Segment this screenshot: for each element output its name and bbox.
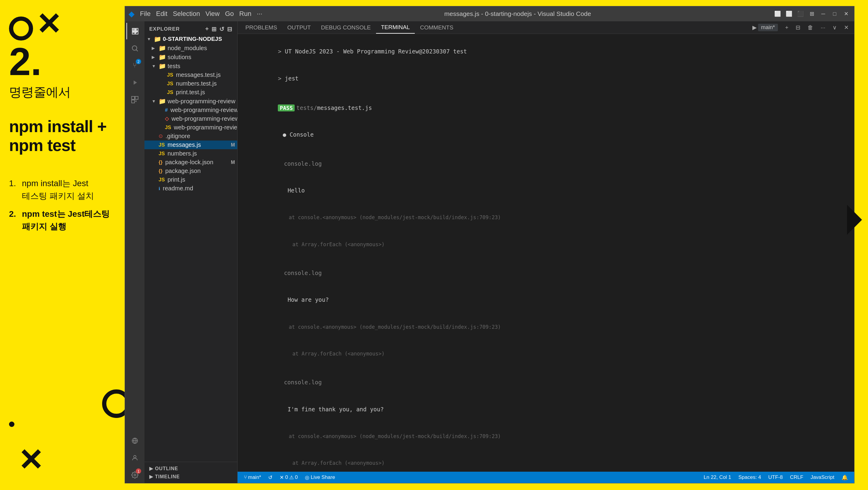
tree-root[interactable]: ▼ 📁 0-STARTING-NODEJS [145, 35, 237, 43]
tree-item-numbers-js[interactable]: ▶ JS numbers.js [145, 149, 237, 158]
step-desc: 명령줄에서 [9, 84, 70, 101]
trash-icon: 🗑 [808, 24, 813, 31]
more-terminal-btn[interactable]: ··· [818, 24, 828, 32]
tree-item-readme[interactable]: ▶ ℹ readme.md [145, 184, 237, 193]
status-spaces[interactable]: Spaces: 4 [737, 474, 763, 481]
tree-item-wpr-js[interactable]: ▶ JS web-programming-review.js [145, 123, 237, 132]
layout-btn-2[interactable]: ⬜ [784, 9, 794, 18]
title-bar: ◆ File Edit Selection View Go Run ··· me… [125, 6, 854, 21]
tree-item-numbers-test[interactable]: ▶ JS numbers.test.js [145, 79, 237, 88]
layout-btn-3[interactable]: ⬛ [796, 9, 805, 18]
tab-terminal[interactable]: TERMINAL [376, 21, 414, 34]
activity-explorer-icon[interactable] [126, 23, 143, 39]
tab-output[interactable]: OUTPUT [283, 21, 316, 34]
menu-view[interactable]: View [206, 10, 220, 18]
trash-terminal-btn[interactable]: 🗑 [805, 24, 816, 32]
minimize-button[interactable]: ─ [819, 9, 828, 18]
tree-item-package-lock[interactable]: ▶ {} package-lock.json M [145, 158, 237, 167]
status-position[interactable]: Ln 22, Col 1 [702, 474, 733, 481]
tree-item-node-modules[interactable]: ▶ 📁 node_modules [145, 43, 237, 53]
sidebar: EXPLORER + ⊞ ↺ ⊟ ▼ 📁 0-STARTING-NODEJS ▶ [145, 21, 238, 483]
svg-rect-4 [131, 100, 134, 103]
activity-settings-icon[interactable]: 1 [126, 466, 143, 483]
play-icon: ▶ [752, 24, 757, 31]
tab-debug-console[interactable]: DEBUG CONSOLE [316, 21, 376, 34]
new-folder-icon[interactable]: ⊞ [212, 26, 217, 33]
tree-item-gitignore[interactable]: ▶ ⊙ .gitignore [145, 132, 237, 140]
new-file-icon[interactable]: + [205, 26, 209, 33]
live-share-label: Live Share [311, 475, 335, 480]
activity-account-icon[interactable] [126, 450, 143, 466]
tab-problems[interactable]: PROBLEMS [241, 21, 282, 34]
activity-remote-icon[interactable] [126, 432, 143, 449]
vscode-logo-icon: ◆ [128, 9, 134, 19]
activity-search-icon[interactable] [126, 40, 143, 57]
tree-item-web-programming[interactable]: ▼ 📁 web-programming-review [145, 97, 237, 106]
status-eol[interactable]: CRLF [788, 474, 805, 481]
tree-item-wpr-html[interactable]: ▶ ◇ web-programming-review.html [145, 115, 237, 123]
layout-btn-1[interactable]: ⬜ [773, 9, 782, 18]
outline-header[interactable]: ▶ OUTLINE [145, 464, 237, 472]
svg-rect-2 [131, 96, 134, 99]
activity-run-icon[interactable] [126, 74, 143, 91]
sidebar-actions[interactable]: + ⊞ ↺ ⊟ [205, 26, 232, 33]
list-item: 2. npm test는 Jest테스팅패키지 실행 [9, 208, 110, 233]
status-errors[interactable]: ✕ 0 ⚠ 0 [278, 474, 299, 481]
outline-section: ▶ OUTLINE ▶ TIMELINE [145, 462, 237, 483]
run-active-terminal-btn[interactable]: ▶ main* [750, 23, 780, 32]
menu-more[interactable]: ··· [257, 10, 262, 18]
tree-item-messages-test[interactable]: ▶ JS messages.test.js [145, 71, 237, 79]
refresh-icon[interactable]: ↺ [219, 26, 225, 33]
deco-x-bottom-icon: ✕ [18, 445, 43, 475]
explorer-title: EXPLORER [149, 26, 180, 32]
status-live-share[interactable]: ◎ Live Share [303, 474, 336, 481]
menu-file[interactable]: File [140, 10, 151, 18]
git-branch-icon: ⑂ [244, 475, 247, 480]
chevron-right-icon: ▶ [149, 466, 153, 471]
layout-btn-4[interactable]: ⊞ [807, 9, 816, 18]
terminal-line: PASStests/messages.test.js [244, 95, 848, 121]
collapse-icon[interactable]: ⊟ [227, 26, 232, 33]
menu-selection[interactable]: Selection [173, 10, 200, 18]
live-share-icon: ◎ [305, 475, 309, 481]
eol-label: CRLF [790, 475, 803, 480]
chevron-right-icon-2: ▶ [149, 474, 153, 480]
svg-point-6 [134, 455, 136, 458]
tab-comments[interactable]: COMMENTS [415, 21, 458, 34]
terminal-line: console.log [244, 369, 848, 396]
error-count: 0 [285, 475, 288, 480]
status-sync-icon[interactable]: ↺ [267, 474, 274, 481]
error-icon: ✕ [280, 475, 284, 481]
menu-go[interactable]: Go [225, 10, 234, 18]
tree-item-package-json[interactable]: ▶ {} package.json [145, 167, 237, 175]
close-panel-btn[interactable]: ✕ [842, 23, 851, 32]
status-git-branch[interactable]: ⑂ main* [242, 474, 262, 481]
timeline-header[interactable]: ▶ TIMELINE [145, 472, 237, 481]
tree-item-messages-js[interactable]: ▶ JS messages.js M [145, 140, 237, 149]
deco-circle-top-icon [9, 17, 33, 40]
menu-run[interactable]: Run [239, 10, 251, 18]
editor-area: PROBLEMS OUTPUT DEBUG CONSOLE TERMINAL C… [238, 21, 854, 483]
activity-extensions-icon[interactable] [126, 91, 143, 108]
status-notification-icon[interactable]: 🔔 [840, 474, 849, 481]
deco-x-top-icon: ✕ [36, 9, 61, 39]
svg-line-1 [136, 50, 137, 51]
terminal-line: at console.<anonymous> (node_modules/jes… [244, 314, 848, 340]
status-language[interactable]: JavaScript [809, 474, 836, 481]
split-terminal-btn[interactable]: ⊟ [793, 23, 803, 32]
tree-item-wpr-css[interactable]: ▶ # web-programming-review.css [145, 106, 237, 115]
terminal-line: I'm fine thank you, and you? [244, 396, 848, 422]
maximize-button[interactable]: □ [830, 9, 839, 18]
tree-item-print-js[interactable]: ▶ JS print.js [145, 175, 237, 184]
activity-git-icon[interactable]: ⑂ 2 [126, 57, 143, 73]
add-terminal-btn[interactable]: + [783, 24, 791, 32]
tree-item-solutions[interactable]: ▶ 📁 solutions [145, 53, 237, 62]
tree-item-print-test[interactable]: ▶ JS print.test.js [145, 88, 237, 97]
terminal-output[interactable]: > UT NodeJS 2023 - Web Programming Revie… [238, 34, 854, 472]
chevron-down-btn[interactable]: ∨ [830, 23, 839, 32]
tree-item-tests[interactable]: ▼ 📁 tests [145, 62, 237, 71]
menu-edit[interactable]: Edit [156, 10, 167, 18]
close-button[interactable]: ✕ [842, 9, 850, 18]
menu-bar[interactable]: ◆ File Edit Selection View Go Run ··· [128, 9, 262, 19]
status-encoding[interactable]: UTF-8 [767, 474, 784, 481]
